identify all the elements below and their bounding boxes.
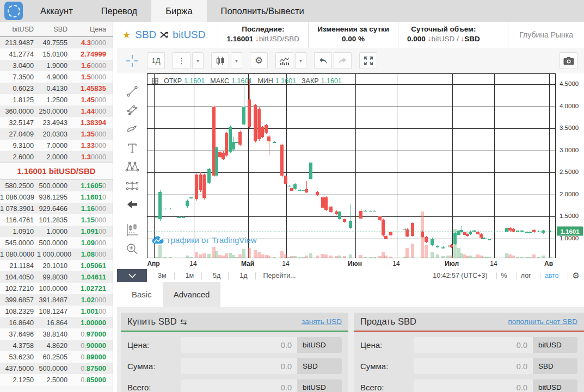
order-row[interactable]: 2.12502.50000.85000 bbox=[0, 374, 113, 385]
chart-settings-button[interactable]: ⚙ bbox=[250, 52, 268, 69]
buy-form: Купить SBD ⇆ занять USD Цена: bitUSD Сум… bbox=[121, 313, 348, 392]
nav-tab-deposit-withdraw[interactable]: Пополнить/Вывести bbox=[207, 0, 318, 22]
favorite-star-icon[interactable]: ★ bbox=[122, 29, 131, 41]
order-row[interactable]: 1 078.3901929.64661.16000 bbox=[0, 203, 113, 214]
time-tick: Июн bbox=[348, 260, 362, 267]
order-row[interactable]: 16.864016.8641.00000 bbox=[0, 317, 113, 328]
order-row[interactable]: 399.6857391.84871.02000 bbox=[0, 294, 113, 306]
order-row[interactable]: 108.2329108.12471.00100 bbox=[0, 306, 113, 317]
crosshair-icon[interactable] bbox=[117, 55, 147, 67]
pair-quote[interactable]: bitUSD bbox=[173, 29, 205, 41]
order-row[interactable]: 437.5000500.00000.87500 bbox=[0, 363, 113, 374]
range-5d-button[interactable]: 5д bbox=[210, 272, 224, 279]
range-1m-button[interactable]: 1м bbox=[182, 272, 198, 279]
price-tick: 3.0000 bbox=[560, 147, 579, 153]
buy-swap-icon[interactable]: ⇆ bbox=[180, 317, 187, 327]
collapse-chart-button[interactable] bbox=[117, 269, 147, 282]
tab-basic[interactable]: Basic bbox=[121, 282, 163, 307]
order-row[interactable]: 41.277415.01002.74999 bbox=[0, 48, 113, 60]
order-row[interactable]: 7.35004.90001.50000 bbox=[0, 71, 113, 83]
undo-button[interactable] bbox=[314, 52, 332, 69]
order-row[interactable]: 360.0000250.00001.44000 bbox=[0, 105, 113, 117]
order-row[interactable]: 2.60002.00001.30000 bbox=[0, 151, 113, 163]
app-logo-icon[interactable] bbox=[4, 2, 23, 20]
trade-forms-panel: Купить SBD ⇆ занять USD Цена: bitUSD Сум… bbox=[117, 307, 584, 392]
goto-date-button[interactable]: Перейти... bbox=[263, 272, 296, 279]
order-row[interactable]: 4.37584.86200.90000 bbox=[0, 340, 113, 351]
order-row[interactable]: 116.4761101.28351.15000 bbox=[0, 214, 113, 226]
chart-clock: 10:42:57 (UTC+3) bbox=[433, 272, 487, 279]
order-book-col-price: Цена bbox=[71, 26, 109, 33]
range-1d-button[interactable]: 1д bbox=[236, 272, 250, 279]
order-row[interactable]: 1 086.0039936.12951.16010 bbox=[0, 191, 113, 203]
fullscreen-button[interactable] bbox=[359, 52, 377, 69]
nav-tabs: Аккаунт Перевод Биржа Пополнить/Вывести bbox=[26, 0, 584, 22]
order-row[interactable]: 1.09101.00001.09100 bbox=[0, 226, 113, 237]
tradingview-watermark[interactable]: графики от TradingView bbox=[152, 235, 257, 245]
order-row[interactable]: 27.040920.03031.35000 bbox=[0, 128, 113, 140]
buy-amount-input[interactable] bbox=[181, 358, 297, 374]
order-row[interactable]: 37.649638.81400.97000 bbox=[0, 328, 113, 340]
stat-last: Последние: 1.16001 ↓bitUSD/SBD bbox=[218, 22, 309, 48]
forecast-tool-icon[interactable] bbox=[123, 176, 142, 195]
deposit-sbd-link[interactable]: пополнить счет SBD bbox=[508, 318, 577, 326]
xabcd-pattern-tool-icon[interactable] bbox=[123, 158, 142, 177]
sell-price-input[interactable] bbox=[414, 337, 533, 353]
interval-menu-button[interactable]: ⋮ bbox=[173, 52, 190, 69]
snapshot-camera-button[interactable] bbox=[560, 52, 577, 69]
order-row[interactable]: 1.81251.25001.45000 bbox=[0, 94, 113, 105]
chart-style-caret-button[interactable]: ▾ bbox=[231, 52, 242, 69]
market-depth-button[interactable]: Глубина Рынка bbox=[508, 22, 584, 48]
trend-line-tool-icon[interactable] bbox=[123, 82, 142, 101]
indicators-caret-button[interactable]: ▾ bbox=[295, 52, 306, 69]
price-axis[interactable]: 4.50004.00003.50003.00002.50002.00001.50… bbox=[555, 73, 584, 258]
axis-settings-gear-icon[interactable]: ⚙ bbox=[573, 271, 580, 281]
order-row[interactable]: 1 080.00001 000.00001.08000 bbox=[0, 248, 113, 260]
sell-total-input[interactable] bbox=[414, 379, 533, 392]
range-3m-button[interactable]: 3м bbox=[155, 272, 170, 279]
compare-candles-icon[interactable] bbox=[123, 221, 142, 240]
order-row[interactable]: 9.31007.00001.33000 bbox=[0, 140, 113, 151]
chart-style-button[interactable] bbox=[211, 52, 229, 69]
tab-advanced[interactable]: Advanced bbox=[163, 282, 221, 307]
buy-total-input[interactable] bbox=[181, 379, 297, 392]
log-scale-button[interactable]: лог bbox=[521, 272, 531, 279]
interval-caret-button[interactable]: ▾ bbox=[192, 52, 204, 69]
order-row[interactable]: 0.60230.41301.45835 bbox=[0, 83, 113, 94]
sell-amount-input[interactable] bbox=[414, 358, 533, 374]
order-row[interactable]: 32.514723.49431.38394 bbox=[0, 117, 113, 128]
borrow-usd-link[interactable]: занять USD bbox=[302, 318, 342, 326]
price-tick: 1.0000 bbox=[560, 235, 579, 241]
time-tick: 14 bbox=[189, 260, 196, 267]
order-row[interactable]: 102.7210100.00001.02721 bbox=[0, 283, 113, 294]
interval-button[interactable]: 1Д bbox=[147, 52, 165, 69]
order-row[interactable]: 580.2500500.00001.16050 bbox=[0, 180, 113, 191]
nav-tab-market[interactable]: Биржа bbox=[151, 0, 206, 22]
order-row[interactable]: 213.948749.75554.30000 bbox=[0, 37, 113, 48]
tradingview-logo-icon bbox=[152, 236, 164, 244]
chart-plot-area[interactable]: ОТКР1.1601 МАКС1.1601 МИН1.1601 ЗАКР1.16… bbox=[147, 73, 555, 258]
order-row[interactable]: 104.405099.80301.04611 bbox=[0, 271, 113, 283]
auto-scale-button[interactable]: авто bbox=[545, 272, 559, 279]
sell-amount-unit: SBD bbox=[533, 358, 577, 374]
percent-scale-button[interactable]: % bbox=[501, 272, 507, 279]
pair-base[interactable]: SBD bbox=[135, 29, 156, 41]
time-axis[interactable]: Апр14Май14Июн14Июл14Ав bbox=[147, 258, 555, 269]
redo-button[interactable] bbox=[334, 52, 352, 69]
buy-amount-label: Сумма: bbox=[127, 362, 181, 371]
order-row[interactable]: 3.04001.90001.60000 bbox=[0, 60, 113, 71]
brush-tool-icon[interactable] bbox=[123, 120, 142, 139]
hide-toolbar-arrow-icon[interactable] bbox=[123, 195, 142, 214]
stat-volume-value: 0.000 bbox=[407, 35, 426, 43]
pitchfork-tool-icon[interactable] bbox=[123, 101, 142, 120]
order-row[interactable]: 545.0000500.00001.09000 bbox=[0, 237, 113, 248]
order-row[interactable]: 21.118420.10101.05061 bbox=[0, 260, 113, 271]
nav-tab-transfer[interactable]: Перевод bbox=[87, 0, 151, 22]
text-tool-icon[interactable] bbox=[123, 139, 142, 158]
swap-pair-icon[interactable] bbox=[160, 31, 169, 39]
nav-tab-account[interactable]: Аккаунт bbox=[26, 0, 87, 22]
order-row[interactable]: 53.623060.25050.89000 bbox=[0, 351, 113, 363]
zoom-in-tool-icon[interactable] bbox=[123, 239, 142, 258]
indicators-button[interactable] bbox=[275, 52, 293, 69]
buy-price-input[interactable] bbox=[181, 337, 297, 353]
